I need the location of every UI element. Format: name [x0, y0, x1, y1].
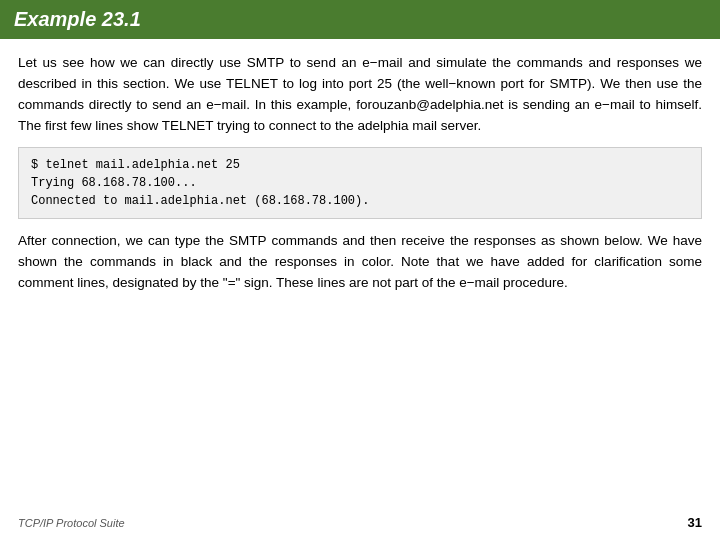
footer-course-label: TCP/IP Protocol Suite [18, 517, 125, 529]
main-content: Let us see how we can directly use SMTP … [0, 39, 720, 303]
page-header: Example 23.1 [0, 0, 720, 39]
code-line-3: Connected to mail.adelphia.net (68.168.7… [31, 192, 689, 210]
paragraph-2: After connection, we can type the SMTP c… [18, 231, 702, 294]
example-title: Example 23.1 [14, 8, 141, 31]
footer-page-number: 31 [688, 515, 702, 530]
code-line-2: Trying 68.168.78.100... [31, 174, 689, 192]
paragraph-1: Let us see how we can directly use SMTP … [18, 53, 702, 137]
code-block: $ telnet mail.adelphia.net 25 Trying 68.… [18, 147, 702, 219]
code-line-1: $ telnet mail.adelphia.net 25 [31, 156, 689, 174]
page-footer: TCP/IP Protocol Suite 31 [18, 515, 702, 530]
